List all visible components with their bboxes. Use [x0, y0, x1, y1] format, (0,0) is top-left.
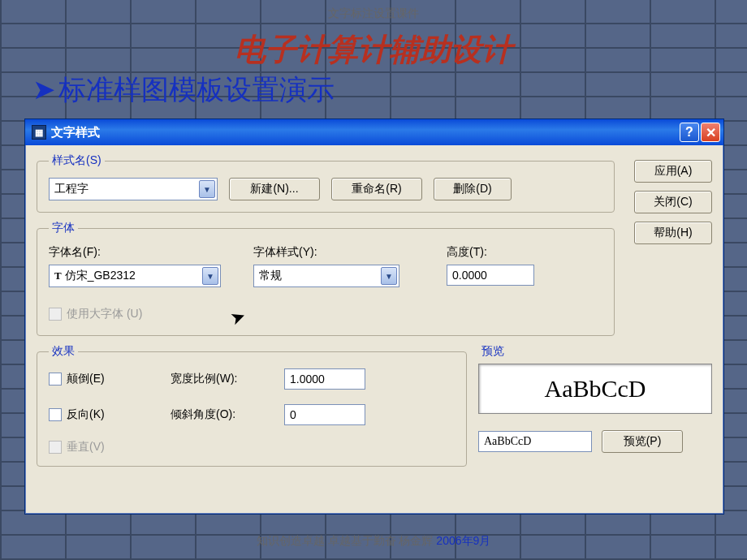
font-group: 字体 字体名(F): T 仿宋_GB2312 ▼ 字体样式(Y): 常规 ▼	[37, 221, 615, 336]
chevron-down-icon: ▼	[202, 267, 218, 285]
oblique-angle-input[interactable]: 0	[284, 404, 365, 425]
apply-button[interactable]: 应用(A)	[634, 160, 712, 183]
checkbox-icon	[49, 308, 62, 321]
slide-header: 文字标注设置课件	[0, 6, 747, 21]
slide-title: 电子计算计辅助设计	[0, 29, 747, 71]
backwards-label: 反向(K)	[67, 407, 105, 422]
style-name-combo[interactable]: 工程字 ▼	[49, 178, 218, 200]
checkbox-icon	[49, 373, 62, 386]
slide-subtitle: ➤标准样图模板设置演示	[32, 71, 335, 109]
use-bigfont-checkbox: 使用大字体 (U)	[49, 307, 142, 321]
rename-style-button[interactable]: 重命名(R)	[331, 178, 422, 200]
bullet-icon: ➤	[32, 75, 55, 105]
font-legend: 字体	[49, 221, 78, 235]
vertical-checkbox: 垂直(V)	[49, 440, 171, 454]
fontname-label: 字体名(F):	[49, 245, 253, 260]
footer-text: 知识创造卓越 卓越基于勤奋 杨金辉	[257, 534, 434, 547]
help-button[interactable]: 帮助(H)	[634, 222, 712, 244]
fontname-value: 仿宋_GB2312	[65, 269, 136, 283]
truetype-icon: T	[54, 269, 62, 282]
text-style-dialog: ▦ 文字样式 ? ✕ 应用(A) 关闭(C) 帮助(H) 样式名(S) 工程字 …	[24, 118, 724, 515]
preview-sample-text: AaBbCcD	[545, 375, 646, 403]
fontstyle-value: 常规	[259, 269, 282, 283]
titlebar-close-button[interactable]: ✕	[701, 123, 720, 142]
preview-text-input[interactable]: AaBbCcD	[478, 431, 592, 452]
slide-footer: 知识创造卓越 卓越基于勤奋 杨金辉 2006年9月	[0, 534, 747, 549]
width-factor-label: 宽度比例(W):	[171, 372, 284, 386]
upside-down-checkbox[interactable]: 颠倒(E)	[49, 372, 171, 386]
preview-group: 预览 AaBbCcD AaBbCcD 预览(P)	[478, 344, 712, 475]
preview-legend: 预览	[481, 344, 712, 359]
effects-group: 效果 颠倒(E) 宽度比例(W): 1.0000 反向(K) 倾斜角度(O):	[37, 344, 467, 467]
oblique-angle-value: 0	[290, 408, 296, 421]
style-name-value: 工程字	[54, 182, 89, 196]
preview-input-value: AaBbCcD	[484, 435, 531, 448]
width-factor-input[interactable]: 1.0000	[284, 368, 365, 390]
oblique-angle-label: 倾斜角度(O):	[171, 407, 284, 422]
fontname-combo[interactable]: T 仿宋_GB2312 ▼	[49, 265, 221, 287]
preview-button[interactable]: 预览(P)	[602, 430, 683, 453]
titlebar-help-button[interactable]: ?	[680, 123, 699, 142]
fontstyle-label: 字体样式(Y):	[253, 245, 447, 260]
height-label: 高度(T):	[447, 245, 593, 260]
width-factor-value: 1.0000	[290, 373, 325, 386]
checkbox-icon	[49, 408, 62, 421]
footer-date: 2006年9月	[436, 534, 490, 547]
checkbox-icon	[49, 441, 62, 454]
app-icon: ▦	[32, 125, 46, 140]
effects-legend: 效果	[49, 344, 78, 359]
height-value: 0.0000	[452, 269, 487, 282]
chevron-down-icon: ▼	[199, 180, 215, 198]
upside-down-label: 颠倒(E)	[67, 372, 105, 386]
backwards-checkbox[interactable]: 反向(K)	[49, 407, 171, 422]
dialog-title: 文字样式	[51, 125, 100, 140]
new-style-button[interactable]: 新建(N)...	[229, 178, 320, 200]
vertical-label: 垂直(V)	[67, 440, 105, 454]
height-input[interactable]: 0.0000	[447, 265, 534, 286]
chevron-down-icon: ▼	[381, 267, 397, 285]
style-name-legend: 样式名(S)	[49, 153, 105, 168]
fontstyle-combo[interactable]: 常规 ▼	[253, 265, 399, 287]
delete-style-button[interactable]: 删除(D)	[434, 178, 512, 200]
use-bigfont-label: 使用大字体 (U)	[67, 307, 142, 321]
subtitle-text: 标准样图模板设置演示	[58, 75, 335, 105]
preview-box: AaBbCcD	[478, 364, 712, 414]
dialog-titlebar[interactable]: ▦ 文字样式 ? ✕	[25, 119, 723, 145]
close-button[interactable]: 关闭(C)	[634, 191, 712, 213]
style-name-group: 样式名(S) 工程字 ▼ 新建(N)... 重命名(R) 删除(D)	[37, 153, 615, 213]
